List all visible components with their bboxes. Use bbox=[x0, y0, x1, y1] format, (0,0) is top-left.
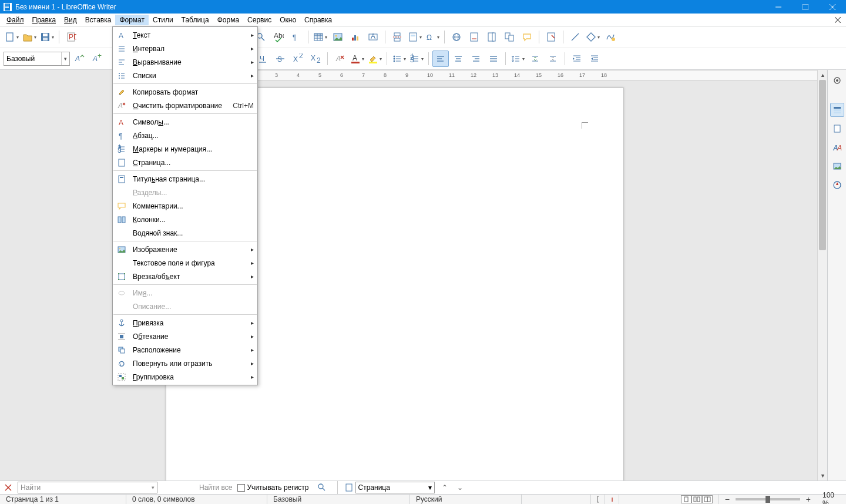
menu-text-frame[interactable]: Текстовое поле и фигура▸ bbox=[113, 256, 257, 270]
nav-next-button[interactable]: ⌄ bbox=[455, 482, 465, 493]
menu-page[interactable]: Страница... bbox=[113, 156, 257, 169]
insert-chart-button[interactable] bbox=[347, 29, 364, 45]
menu-tools[interactable]: Сервис bbox=[243, 15, 276, 25]
menu-title-page[interactable]: Титульная страница... bbox=[113, 172, 257, 186]
strikethrough-button[interactable]: S bbox=[272, 51, 288, 67]
spellcheck-button[interactable]: Abc bbox=[270, 29, 287, 45]
view-book[interactable] bbox=[702, 495, 713, 503]
menu-insert[interactable]: Вставка bbox=[81, 15, 116, 25]
new-button[interactable] bbox=[4, 29, 20, 45]
insert-footnote-button[interactable] bbox=[466, 29, 482, 45]
menu-align[interactable]: Выравнивание▸ bbox=[113, 55, 257, 69]
menu-wrap[interactable]: Обтекание▸ bbox=[113, 330, 257, 343]
menu-file[interactable]: Файл bbox=[2, 15, 28, 25]
menu-columns[interactable]: Колонки... bbox=[113, 213, 257, 226]
menu-spacing[interactable]: Интервал▸ bbox=[113, 42, 257, 55]
maximize-button[interactable] bbox=[792, 0, 819, 14]
menu-format[interactable]: Формат bbox=[115, 15, 149, 25]
status-language[interactable]: Русский bbox=[410, 495, 522, 504]
sidebar-settings-button[interactable] bbox=[830, 73, 844, 88]
find-options-button[interactable] bbox=[314, 479, 330, 496]
zoom-percent[interactable]: 100 % bbox=[817, 495, 846, 504]
highlight-button[interactable] bbox=[367, 51, 383, 67]
menu-image[interactable]: Изображение▸ bbox=[113, 243, 257, 256]
zoom-out-button[interactable]: − bbox=[723, 495, 732, 504]
insert-field-button[interactable] bbox=[407, 29, 423, 45]
find-close-button[interactable] bbox=[4, 483, 13, 492]
status-word-count[interactable]: 0 слов, 0 символов bbox=[126, 495, 267, 504]
insert-crossref-button[interactable] bbox=[501, 29, 518, 45]
scroll-down-button[interactable]: ▼ bbox=[818, 471, 828, 481]
menu-character[interactable]: AСимволы... bbox=[113, 115, 257, 129]
sidebar-navigator-button[interactable] bbox=[830, 178, 844, 192]
draw-functions-button[interactable] bbox=[602, 29, 619, 45]
decrease-spacing-button[interactable] bbox=[545, 51, 561, 67]
status-page[interactable]: Страница 1 из 1 bbox=[0, 495, 126, 504]
sidebar-properties-button[interactable] bbox=[830, 103, 844, 117]
sidebar-styles-button[interactable]: AA bbox=[830, 140, 844, 154]
menu-group[interactable]: Группировка▸ bbox=[113, 370, 257, 384]
vertical-scrollbar[interactable]: ▲ ▼ bbox=[817, 70, 827, 481]
menu-styles[interactable]: Стили bbox=[149, 15, 177, 25]
menu-help[interactable]: Справка bbox=[300, 15, 336, 25]
minimize-button[interactable] bbox=[765, 0, 792, 14]
match-case-checkbox[interactable]: Учитывать регистр bbox=[237, 483, 309, 492]
insert-table-button[interactable] bbox=[312, 29, 328, 45]
menu-window[interactable]: Окно bbox=[276, 15, 300, 25]
paragraph-style-combo[interactable]: Базовый▾ bbox=[4, 52, 70, 66]
menu-comments[interactable]: Комментарии... bbox=[113, 199, 257, 213]
horizontal-ruler[interactable]: 3 4 5 6 7 8 9 10 11 12 13 14 15 16 17 18 bbox=[166, 70, 827, 80]
sidebar-page-button[interactable] bbox=[830, 122, 844, 136]
zoom-in-button[interactable]: + bbox=[804, 495, 813, 504]
menu-frame-object[interactable]: Врезка/объект▸ bbox=[113, 270, 257, 283]
menu-arrange[interactable]: Расположение▸ bbox=[113, 343, 257, 357]
sidebar-gallery-button[interactable] bbox=[830, 159, 844, 173]
insert-textbox-button[interactable]: A bbox=[365, 29, 381, 45]
navigate-by-combo[interactable]: Страница▾ bbox=[355, 482, 435, 493]
status-selection-mode[interactable] bbox=[591, 495, 605, 504]
formatting-marks-button[interactable]: ¶ bbox=[288, 29, 304, 45]
menu-clear-formatting[interactable]: AОчистить форматированиеCtrl+M bbox=[113, 99, 257, 112]
align-justify-button[interactable] bbox=[485, 51, 502, 67]
menu-paragraph[interactable]: ¶Абзац... bbox=[113, 129, 257, 142]
clear-formatting-button[interactable]: A bbox=[331, 51, 348, 67]
menu-clone-formatting[interactable]: Копировать формат bbox=[113, 85, 257, 99]
nav-prev-button[interactable]: ⌃ bbox=[439, 482, 450, 493]
subscript-button[interactable]: X2 bbox=[307, 51, 324, 67]
basic-shapes-button[interactable] bbox=[585, 29, 601, 45]
open-button[interactable] bbox=[21, 29, 38, 45]
line-spacing-button[interactable] bbox=[509, 51, 526, 67]
menu-edit[interactable]: Правка bbox=[28, 15, 61, 25]
status-insert-mode[interactable] bbox=[577, 495, 591, 504]
status-page-style[interactable]: Базовый bbox=[267, 495, 410, 504]
menu-watermark[interactable]: Водяной знак... bbox=[113, 226, 257, 240]
save-button[interactable] bbox=[39, 29, 55, 45]
close-button[interactable] bbox=[819, 0, 846, 14]
find-all-button[interactable]: Найти все bbox=[199, 483, 233, 492]
find-input[interactable]: Найти▾ bbox=[18, 482, 157, 493]
track-changes-button[interactable] bbox=[543, 29, 559, 45]
font-color-button[interactable]: A bbox=[349, 51, 365, 67]
scroll-up-button[interactable]: ▲ bbox=[818, 70, 828, 80]
insert-image-button[interactable] bbox=[330, 29, 346, 45]
increase-spacing-button[interactable] bbox=[527, 51, 543, 67]
insert-comment-button[interactable] bbox=[519, 29, 535, 45]
insert-hyperlink-button[interactable] bbox=[448, 29, 465, 45]
menu-table[interactable]: Таблица bbox=[177, 15, 213, 25]
status-signature[interactable] bbox=[605, 495, 619, 504]
view-single-page[interactable] bbox=[681, 495, 691, 503]
insert-line-button[interactable] bbox=[567, 29, 583, 45]
align-right-button[interactable] bbox=[468, 51, 484, 67]
scroll-thumb[interactable] bbox=[819, 80, 826, 250]
update-style-button[interactable]: A bbox=[71, 51, 88, 67]
align-left-button[interactable] bbox=[432, 51, 449, 67]
increase-indent-button[interactable] bbox=[569, 51, 585, 67]
insert-bookmark-button[interactable] bbox=[484, 29, 500, 45]
number-list-button[interactable]: 123 bbox=[408, 51, 425, 67]
doc-close-button[interactable] bbox=[833, 15, 842, 25]
menu-lists[interactable]: Списки▸ bbox=[113, 69, 257, 82]
view-multi-page[interactable] bbox=[691, 495, 702, 503]
insert-special-char-button[interactable]: Ω bbox=[424, 29, 441, 45]
menu-rotate-flip[interactable]: Повернуть или отразить▸ bbox=[113, 357, 257, 370]
decrease-indent-button[interactable] bbox=[586, 51, 603, 67]
